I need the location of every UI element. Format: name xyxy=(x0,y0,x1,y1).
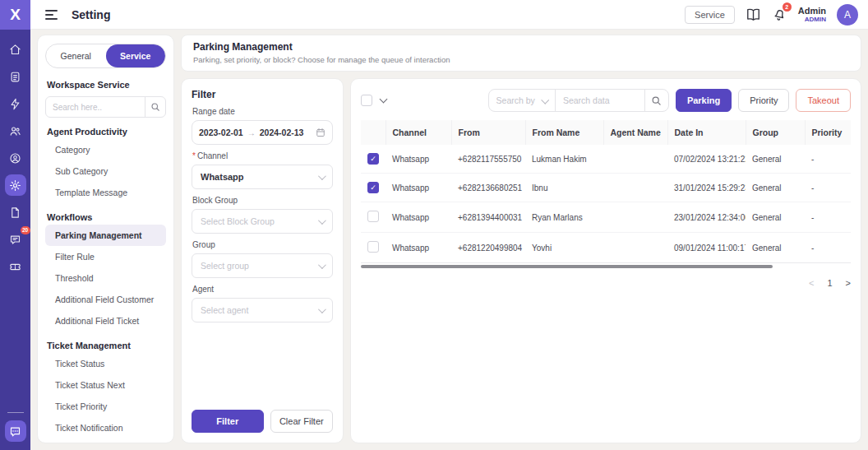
gear-icon[interactable] xyxy=(5,174,26,196)
group-placeholder: Select group xyxy=(201,261,249,271)
sidebar-item-ticket-notification[interactable]: Ticket Notification xyxy=(45,417,166,438)
sidebar-item-sub-category[interactable]: Sub Category xyxy=(45,160,166,182)
date-from[interactable]: 2023-02-01 xyxy=(199,128,243,137)
nav-header-workflows: Workflows xyxy=(47,212,164,222)
avatar[interactable]: A xyxy=(837,4,858,26)
col-priority: Priority xyxy=(805,120,851,145)
col-date-in: Date In xyxy=(667,120,746,145)
settings-sidebar: General Service Workspace Service Agent … xyxy=(37,35,174,443)
range-date-label: Range date xyxy=(192,107,332,116)
report-icon[interactable] xyxy=(5,66,26,87)
user-circle-icon[interactable] xyxy=(5,147,26,169)
table-header-row: Channel From From Name Agent Name Date I… xyxy=(361,120,851,145)
nav-header-ticket-management: Ticket Management xyxy=(47,341,164,350)
settings-search-input[interactable] xyxy=(46,103,145,112)
sidebar-item-ticket-priority[interactable]: Ticket Priority xyxy=(45,396,166,417)
row-checkbox[interactable] xyxy=(367,211,379,222)
menu-icon[interactable] xyxy=(45,10,58,20)
file-icon[interactable] xyxy=(5,202,26,223)
sidebar-item-threshold[interactable]: Threshold xyxy=(45,267,166,289)
pagination-next-icon[interactable]: > xyxy=(846,278,851,288)
row-checkbox[interactable] xyxy=(367,153,379,165)
tab-service[interactable]: Service xyxy=(106,44,166,67)
cell-priority: - xyxy=(805,233,851,263)
pagination-prev-icon[interactable]: < xyxy=(809,278,814,288)
user-name: Admin xyxy=(798,6,826,16)
table-row[interactable]: Whatsapp +6282136680251 Ibnu 31/01/2024 … xyxy=(361,174,851,202)
cell-channel: Whatsapp xyxy=(386,233,451,263)
cell-group: General xyxy=(746,145,805,174)
date-range-picker[interactable]: 2023-02-01 → 2024-02-13 xyxy=(192,120,333,145)
search-icon[interactable] xyxy=(645,90,668,111)
date-to[interactable]: 2024-02-13 xyxy=(260,128,304,137)
rail-divider xyxy=(7,412,24,413)
sidebar-item-filter-rule[interactable]: Filter Rule xyxy=(45,246,166,267)
cell-group: General xyxy=(746,202,805,233)
col-group: Group xyxy=(746,120,805,145)
sidebar-item-parking-management[interactable]: Parking Management xyxy=(45,225,166,246)
pagination-page-1[interactable]: 1 xyxy=(827,278,832,288)
cell-agent-name xyxy=(603,145,667,174)
chevron-down-icon xyxy=(318,305,326,313)
cell-date-in: 09/01/2024 11:00:17 xyxy=(667,233,746,263)
tab-general[interactable]: General xyxy=(46,44,106,67)
sidebar-item-category[interactable]: Category xyxy=(45,139,166,160)
takeout-button[interactable]: Takeout xyxy=(796,89,851,112)
horizontal-scrollbar[interactable] xyxy=(361,265,773,268)
sidebar-item-ticket-status[interactable]: Ticket Status xyxy=(45,353,166,374)
filter-apply-button[interactable]: Filter xyxy=(192,410,264,433)
search-by-label: Search by xyxy=(496,95,535,105)
sidebar-item-additional-field-ticket[interactable]: Additional Field Ticket xyxy=(45,310,166,332)
settings-search xyxy=(45,96,166,118)
select-all-checkbox[interactable] xyxy=(361,95,372,106)
page-title: Setting xyxy=(72,8,110,21)
ticket-icon[interactable] xyxy=(5,256,26,277)
app-logo[interactable]: X xyxy=(0,0,30,30)
sidebar-item-ticket-status-next[interactable]: Ticket Status Next xyxy=(45,374,166,396)
channel-select[interactable]: Whatsapp xyxy=(192,165,333,189)
table-row[interactable]: Whatsapp +6281220499804 Yovhi 09/01/2024… xyxy=(361,233,851,263)
icon-rail: 20 xyxy=(0,30,30,450)
table-toolbar: Search by Parking xyxy=(361,89,851,112)
cell-from: +6281394400031 xyxy=(451,202,525,233)
block-group-select[interactable]: Select Block Group xyxy=(192,209,333,234)
search-by-select[interactable]: Search by xyxy=(489,95,555,105)
section-subtitle: Parking, set priority, or block? Choose … xyxy=(193,55,849,64)
filter-clear-button[interactable]: Clear Filter xyxy=(270,410,333,433)
cell-from-name: Ibnu xyxy=(525,174,603,202)
row-checkbox[interactable] xyxy=(367,241,379,253)
chat-dots-icon[interactable] xyxy=(5,420,26,442)
cell-agent-name xyxy=(603,233,667,263)
nav-header-agent-productivity: Agent Productivity xyxy=(47,127,164,137)
home-icon[interactable] xyxy=(5,39,26,60)
agent-select[interactable]: Select agent xyxy=(192,298,333,322)
header-checkbox-cell xyxy=(361,120,386,145)
group-select[interactable]: Select group xyxy=(192,253,333,278)
row-checkbox[interactable] xyxy=(367,182,379,193)
sidebar-item-template-message[interactable]: Template Message xyxy=(45,182,166,203)
cell-group: General xyxy=(746,233,805,263)
cell-priority: - xyxy=(805,145,851,174)
priority-tab-button[interactable]: Priority xyxy=(738,89,789,112)
cell-from-name: Lukman Hakim xyxy=(525,145,603,174)
table-search-input[interactable] xyxy=(556,95,644,105)
chat-icon[interactable]: 20 xyxy=(5,229,26,250)
notification-bell-icon[interactable]: 2 xyxy=(772,7,787,22)
parking-tab-button[interactable]: Parking xyxy=(676,89,732,112)
sidebar-item-additional-field-customer[interactable]: Additional Field Customer xyxy=(45,289,166,310)
col-from: From xyxy=(451,120,525,145)
table-row[interactable]: Whatsapp +6281394400031 Ryan Marlans 23/… xyxy=(361,202,851,233)
chevron-down-icon xyxy=(318,216,326,225)
col-channel: Channel xyxy=(386,120,451,145)
book-icon[interactable] xyxy=(746,7,761,22)
flash-icon[interactable] xyxy=(5,93,26,114)
workspace-service-title: Workspace Service xyxy=(47,80,164,90)
service-mode-button[interactable]: Service xyxy=(685,6,735,24)
chevron-down-icon xyxy=(318,261,326,269)
users-icon[interactable] xyxy=(5,120,26,141)
search-icon[interactable] xyxy=(145,102,165,112)
settings-tabs: General Service xyxy=(45,44,166,68)
calendar-icon xyxy=(316,128,326,137)
table-row[interactable]: Whatsapp +6282117555750 Lukman Hakim 07/… xyxy=(361,145,851,174)
select-menu-chevron-icon[interactable] xyxy=(380,95,388,104)
